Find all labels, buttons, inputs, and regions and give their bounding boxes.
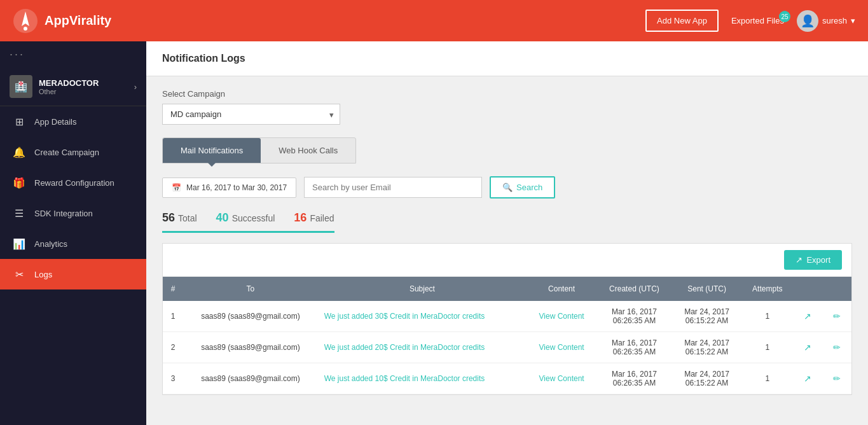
sidebar-app-selector[interactable]: 🏥 MERADOCTOR Other › — [0, 67, 146, 106]
total-label: Total — [178, 213, 197, 223]
sidebar-item-reward-configuration[interactable]: 🎁 Reward Configuration — [0, 167, 146, 198]
cell-content: View Content — [527, 363, 596, 394]
table-row: 3 saas89 (saas89@gmail.com) We just adde… — [163, 363, 851, 394]
export-button[interactable]: ↗ Export — [784, 250, 842, 270]
sidebar-app-name: MERADOCTOR — [39, 78, 128, 88]
nav-label-analytics: Analytics — [34, 239, 67, 249]
cell-attempts: 1 — [741, 332, 793, 363]
cell-num: 1 — [163, 301, 183, 332]
cell-edit: ✏ — [822, 301, 851, 332]
grid-icon: ⊞ — [13, 115, 25, 128]
svg-point-2 — [24, 27, 27, 31]
cell-attempts: 1 — [741, 301, 793, 332]
stats-bar: 56 Total 40 Successful 16 Failed — [162, 211, 334, 233]
col-header-to: To — [183, 277, 318, 301]
total-count: 56 — [162, 211, 175, 225]
col-header-created: Created (UTC) — [596, 277, 672, 301]
cell-sent: Mar 24, 201706:15:22 AM — [672, 332, 741, 363]
sidebar-item-create-campaign[interactable]: 🔔 Create Campaign — [0, 137, 146, 167]
table-row: 2 saas89 (saas89@gmail.com) We just adde… — [163, 332, 851, 363]
cell-edit: ✏ — [822, 332, 851, 363]
search-button[interactable]: 🔍 Search — [490, 176, 555, 199]
chevron-down-icon: ▾ — [851, 16, 855, 25]
cell-attempts: 1 — [741, 363, 793, 394]
col-header-num: # — [163, 277, 183, 301]
view-content-link[interactable]: View Content — [539, 374, 584, 383]
logs-icon: ✂ — [13, 268, 25, 281]
cell-subject: We just added 30$ Credit in MeraDoctor c… — [318, 301, 527, 332]
cell-created: Mar 16, 201706:26:35 AM — [596, 301, 672, 332]
table-header-row: # To Subject Content Created (UTC) Sent … — [163, 277, 851, 301]
failed-label: Failed — [310, 213, 334, 223]
sidebar-item-logs[interactable]: ✂ Logs — [0, 259, 146, 289]
tab-web-hook-calls[interactable]: Web Hook Calls — [261, 138, 355, 163]
stat-total: 56 Total — [162, 211, 197, 225]
tabs-bar: Mail Notifications Web Hook Calls — [162, 137, 356, 164]
app-logo: AppVirality — [13, 8, 111, 34]
chart-icon: 📊 — [13, 237, 25, 250]
sidebar: ··· 🏥 MERADOCTOR Other › ⊞ App Details 🔔… — [0, 41, 146, 425]
user-menu[interactable]: 👤 suresh ▾ — [797, 10, 855, 32]
share-icon[interactable]: ↗ — [804, 373, 811, 384]
failed-count: 16 — [294, 211, 307, 225]
code-icon: ☰ — [13, 207, 25, 219]
cell-share: ↗ — [793, 332, 822, 363]
app-icon: 🏥 — [10, 75, 32, 98]
cell-share: ↗ — [793, 301, 822, 332]
email-search-input[interactable] — [304, 177, 482, 198]
share-icon[interactable]: ↗ — [804, 311, 811, 321]
date-range-text: Mar 16, 2017 to Mar 30, 2017 — [186, 183, 287, 192]
campaign-select-wrapper: MD campaign ▾ — [162, 104, 340, 125]
cell-to: saas89 (saas89@gmail.com) — [183, 332, 318, 363]
cell-sent: Mar 24, 201706:15:22 AM — [672, 363, 741, 394]
sidebar-item-app-details[interactable]: ⊞ App Details — [0, 106, 146, 137]
cell-created: Mar 16, 201706:26:35 AM — [596, 363, 672, 394]
cell-num: 2 — [163, 332, 183, 363]
header: AppVirality Add New App Exported Files 2… — [0, 0, 868, 41]
col-header-action1 — [793, 277, 822, 301]
view-content-link[interactable]: View Content — [539, 343, 584, 352]
date-range-button[interactable]: 📅 Mar 16, 2017 to Mar 30, 2017 — [162, 178, 296, 198]
filter-bar: 📅 Mar 16, 2017 to Mar 30, 2017 🔍 Search — [162, 176, 852, 199]
select-campaign-label: Select Campaign — [162, 89, 852, 99]
export-icon: ↗ — [796, 255, 803, 265]
campaign-select[interactable]: MD campaign — [162, 104, 340, 125]
table-row: 1 saas89 (saas89@gmail.com) We just adde… — [163, 301, 851, 332]
sidebar-item-analytics[interactable]: 📊 Analytics — [0, 228, 146, 259]
add-new-app-button[interactable]: Add New App — [645, 10, 719, 32]
sidebar-chevron-icon: › — [134, 82, 137, 92]
main-layout: ··· 🏥 MERADOCTOR Other › ⊞ App Details 🔔… — [0, 41, 868, 425]
search-icon: 🔍 — [502, 183, 513, 192]
stat-successful: 40 Successful — [216, 211, 275, 225]
col-header-subject: Subject — [318, 277, 527, 301]
exported-files-badge: 25 — [779, 11, 790, 22]
cell-num: 3 — [163, 363, 183, 394]
user-name: suresh — [822, 16, 847, 25]
edit-icon[interactable]: ✏ — [833, 342, 841, 352]
content-inner: Select Campaign MD campaign ▾ Mail Notif… — [146, 76, 868, 408]
logo-text: AppVirality — [45, 13, 111, 28]
stat-failed: 16 Failed — [294, 211, 334, 225]
share-icon[interactable]: ↗ — [804, 342, 811, 352]
edit-icon[interactable]: ✏ — [833, 311, 841, 321]
notifications-table: # To Subject Content Created (UTC) Sent … — [163, 277, 851, 394]
col-header-action2 — [822, 277, 851, 301]
view-content-link[interactable]: View Content — [539, 312, 584, 321]
page-title: Notification Logs — [146, 41, 868, 76]
nav-label-sdk: SDK Integration — [34, 209, 93, 218]
success-count: 40 — [216, 211, 229, 225]
col-header-attempts: Attempts — [741, 277, 793, 301]
sidebar-app-sub: Other — [39, 88, 128, 95]
sidebar-item-sdk-integration[interactable]: ☰ SDK Integration — [0, 198, 146, 228]
header-right: Add New App Exported Files 25 👤 suresh ▾ — [645, 10, 855, 32]
cell-subject: We just added 20$ Credit in MeraDoctor c… — [318, 332, 527, 363]
exported-files-link[interactable]: Exported Files 25 — [731, 16, 784, 25]
sidebar-dots: ··· — [0, 41, 146, 67]
cell-to: saas89 (saas89@gmail.com) — [183, 363, 318, 394]
edit-icon[interactable]: ✏ — [833, 373, 841, 384]
nav-label-logs: Logs — [34, 270, 52, 279]
col-header-sent: Sent (UTC) — [672, 277, 741, 301]
cell-subject: We just added 10$ Credit in MeraDoctor c… — [318, 363, 527, 394]
content-area: Notification Logs Select Campaign MD cam… — [146, 41, 868, 425]
tab-mail-notifications[interactable]: Mail Notifications — [163, 138, 261, 163]
